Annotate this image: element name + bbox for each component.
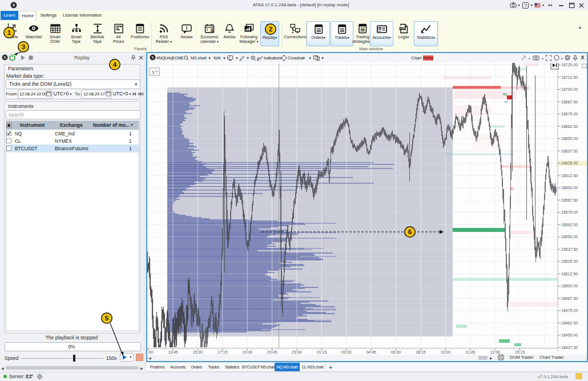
svg-text:20:45: 20:45	[267, 350, 277, 354]
svg-text:03:00: 03:00	[341, 350, 352, 354]
svg-text:18437.50: 18437.50	[561, 346, 578, 350]
svg-text:00: 00	[149, 350, 154, 354]
svg-text:18587.50: 18587.50	[561, 198, 578, 202]
svg-text:1: 1	[152, 70, 155, 75]
svg-text:23:30: 23:30	[292, 350, 302, 354]
svg-text:18462.50: 18462.50	[561, 321, 578, 325]
svg-text:$: $	[211, 27, 214, 33]
svg-text:18637.50: 18637.50	[561, 149, 578, 153]
svg-text:19:00: 19:00	[242, 350, 252, 354]
svg-text:18662.50: 18662.50	[561, 125, 578, 129]
svg-text:13:30: 13:30	[490, 350, 500, 354]
svg-text:18675.00: 18675.00	[561, 112, 578, 116]
svg-text:18625.00: 18625.00	[561, 161, 578, 165]
svg-text:15:15: 15:15	[515, 350, 525, 354]
svg-text:18537.50: 18537.50	[561, 247, 578, 251]
svg-text:18650.00: 18650.00	[561, 137, 578, 141]
svg-text:18487.50: 18487.50	[561, 296, 578, 300]
svg-text:11:45: 11:45	[465, 350, 475, 354]
svg-text:18700.00: 18700.00	[561, 87, 578, 91]
svg-text:08:15: 08:15	[416, 350, 426, 354]
svg-text:18525.00: 18525.00	[561, 259, 578, 263]
svg-text:?: ?	[524, 3, 527, 9]
svg-text:06:30: 06:30	[391, 350, 401, 354]
svg-text:18575.00: 18575.00	[561, 210, 578, 214]
svg-text:18612.50: 18612.50	[561, 174, 578, 178]
svg-text:18450.00: 18450.00	[561, 333, 578, 337]
svg-text:18500.00: 18500.00	[561, 284, 578, 288]
svg-text:17:15: 17:15	[218, 350, 228, 354]
svg-text:04:45: 04:45	[366, 350, 376, 354]
svg-text:18562.50: 18562.50	[561, 223, 578, 227]
svg-text:18512.50: 18512.50	[561, 272, 578, 276]
svg-text:18725.00: 18725.00	[561, 63, 578, 67]
svg-text:18550.00: 18550.00	[561, 235, 578, 239]
svg-text:13:45: 13:45	[168, 350, 178, 354]
svg-text:LOG: LOG	[400, 27, 405, 30]
svg-text:18475.00: 18475.00	[561, 308, 578, 312]
svg-text:18687.50: 18687.50	[561, 100, 578, 104]
svg-text:15:30: 15:30	[193, 350, 203, 354]
svg-text:18600.00: 18600.00	[561, 186, 578, 190]
svg-text:10:00: 10:00	[441, 350, 451, 354]
svg-text:18712.50: 18712.50	[561, 75, 578, 79]
svg-text:01:15: 01:15	[317, 350, 327, 354]
